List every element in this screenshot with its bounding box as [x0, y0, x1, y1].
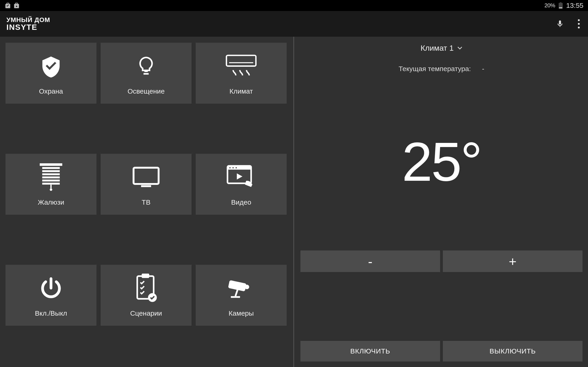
tile-label: Сценарии [130, 309, 162, 317]
battery-percent: 20% [544, 2, 555, 9]
climate-zone-label: Климат 1 [421, 44, 454, 52]
svg-rect-7 [42, 170, 60, 172]
tile-video[interactable]: Видео [196, 154, 287, 215]
microphone-icon[interactable] [556, 18, 564, 29]
clipboard-check-icon [133, 273, 159, 303]
turn-on-button[interactable]: ВКЛЮЧИТЬ [300, 341, 440, 361]
tile-security[interactable]: Охрана [6, 43, 96, 104]
tile-grid-pane: Охрана Освещение Климат Жалюзи [0, 37, 294, 367]
clock: 13:55 [566, 2, 583, 9]
tile-label: Освещение [128, 87, 165, 95]
svg-rect-14 [133, 168, 158, 184]
svg-rect-5 [40, 163, 62, 166]
svg-rect-3 [226, 55, 256, 66]
store-icon [5, 2, 11, 9]
svg-rect-15 [141, 185, 151, 187]
svg-rect-1 [560, 2, 561, 3]
chevron-down-icon [457, 47, 462, 50]
video-touch-icon [226, 162, 256, 192]
tile-power[interactable]: Вкл./Выкл [6, 265, 96, 326]
climate-detail-pane: Климат 1 Текущая температура: - 25° - + … [294, 37, 588, 367]
tile-cameras[interactable]: Камеры [196, 265, 287, 326]
status-bar: 20% 13:55 [0, 0, 588, 11]
turn-off-button[interactable]: ВЫКЛЮЧИТЬ [443, 341, 582, 361]
tile-tv[interactable]: ТВ [101, 154, 191, 215]
adjust-row: - + [300, 250, 582, 272]
blinds-icon [38, 162, 64, 192]
ac-unit-icon [225, 51, 257, 81]
logo: УМНЫЙ ДОМ INSYTE [6, 17, 50, 31]
tile-grid: Охрана Освещение Климат Жалюзи [6, 43, 291, 326]
climate-zone-selector[interactable]: Климат 1 [300, 44, 582, 52]
current-temp-label: Текущая температура: [399, 65, 471, 73]
svg-point-20 [236, 167, 237, 168]
tile-label: Климат [229, 87, 253, 95]
setpoint-display: 25° [300, 73, 582, 250]
tile-scenes[interactable]: Сценарии [101, 265, 191, 326]
app-header: УМНЫЙ ДОМ INSYTE [0, 11, 588, 37]
tile-climate[interactable]: Климат [196, 43, 287, 104]
svg-rect-27 [231, 296, 240, 298]
svg-rect-6 [42, 167, 60, 169]
tile-blinds[interactable]: Жалюзи [6, 154, 96, 215]
svg-rect-22 [142, 274, 149, 278]
cctv-icon [227, 273, 255, 303]
svg-point-25 [245, 285, 249, 289]
overflow-menu-icon[interactable] [578, 19, 580, 28]
tile-label: ТВ [142, 198, 150, 206]
tile-label: Видео [231, 198, 251, 206]
decrease-button[interactable]: - [300, 250, 440, 272]
play-store-icon [13, 2, 20, 9]
tile-label: Вкл./Выкл [35, 309, 67, 317]
battery-icon [558, 2, 563, 9]
svg-point-13 [50, 188, 52, 191]
svg-rect-10 [42, 180, 60, 181]
power-icon [38, 273, 64, 303]
svg-rect-9 [42, 176, 60, 178]
increase-button[interactable]: + [443, 250, 582, 272]
power-row: ВКЛЮЧИТЬ ВЫКЛЮЧИТЬ [300, 341, 582, 361]
svg-rect-8 [42, 173, 60, 175]
svg-rect-2 [559, 7, 562, 8]
svg-point-19 [233, 167, 233, 168]
svg-rect-11 [42, 183, 60, 185]
tile-label: Жалюзи [38, 198, 64, 206]
tile-label: Камеры [229, 309, 254, 317]
tile-label: Охрана [39, 87, 63, 95]
tv-icon [132, 162, 160, 192]
current-temp-row: Текущая температура: - [300, 65, 582, 73]
svg-point-18 [229, 167, 231, 168]
shield-check-icon [40, 51, 62, 81]
logo-line-2: INSYTE [6, 23, 50, 31]
tile-lighting[interactable]: Освещение [101, 43, 191, 104]
current-temp-value: - [482, 65, 484, 73]
lightbulb-icon [136, 51, 156, 81]
main-content: Охрана Освещение Климат Жалюзи [0, 37, 588, 367]
logo-line-1: УМНЫЙ ДОМ [6, 17, 50, 23]
svg-line-26 [235, 289, 238, 296]
svg-rect-17 [227, 166, 251, 169]
